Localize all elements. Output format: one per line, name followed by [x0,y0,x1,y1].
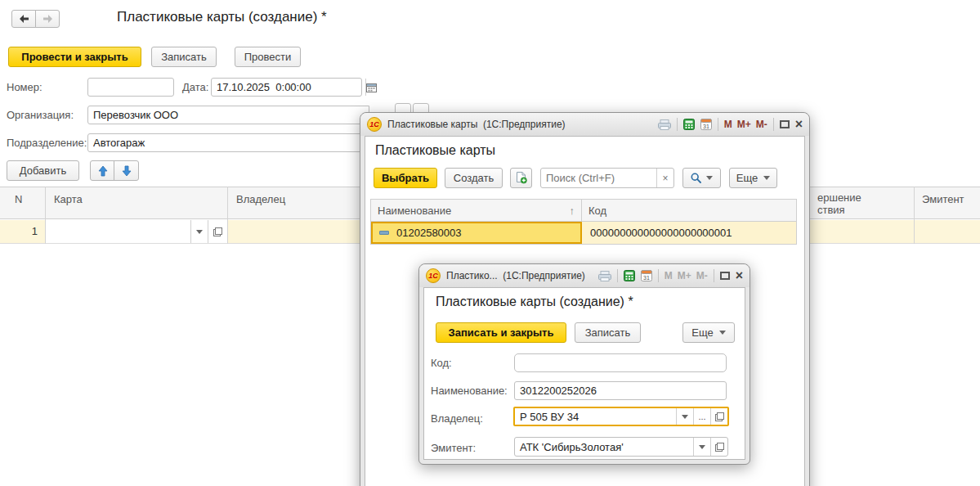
issuer-field-group: АТК 'СибирьЗолотая' [514,437,728,457]
print-icon[interactable] [598,271,611,281]
calendar-icon [366,83,377,92]
list-cell-code[interactable]: 000000000000000000000001 [582,222,796,244]
close-button[interactable]: × [795,120,803,128]
select-more-button[interactable]: Еще [729,168,777,188]
cards-list-header: Наименование ↑ Код [371,200,796,222]
open-in-form-icon [213,227,222,236]
forward-arrow-icon [43,15,53,23]
department-label: Подразделение: [7,137,87,149]
card-cell-open-button[interactable] [208,220,227,243]
svg-text:31: 31 [643,275,650,281]
create-button[interactable]: Создать [445,168,503,188]
create-new-by-copy-button[interactable] [510,168,532,188]
create-window: 1С Пластико... (1С:Предприятие) 31 М М+ … [418,263,750,465]
owner-choose-button[interactable]: ... [693,408,710,425]
add-row-button[interactable]: Добавить [7,160,79,181]
chevron-down-icon [706,176,713,180]
memory-m-plus-button[interactable]: М+ [737,119,751,130]
memory-m-button[interactable]: М [724,119,732,130]
organization-input[interactable] [87,106,369,124]
1c-logo-icon: 1С [367,117,382,132]
calendar-31-icon[interactable]: 31 [641,270,652,281]
owner-label: Владелец: [431,412,483,425]
memory-m-minus-button[interactable]: М- [756,119,767,130]
print-icon[interactable] [658,119,671,130]
forward-button[interactable] [35,10,60,28]
sort-ascending-icon: ↑ [570,205,575,217]
row-number-cell: 1 [0,225,38,237]
list-cell-name-current[interactable]: 01202580003 [371,222,582,244]
issuer-input[interactable]: АТК 'СибирьЗолотая' [515,438,693,456]
move-up-button[interactable] [90,160,115,181]
post-and-close-button[interactable]: Провести и закрыть [8,47,141,67]
card-cell-dropdown-button[interactable] [190,220,208,243]
app-root: Пластиковые карты (создание) * Провести … [0,0,980,486]
write-button[interactable]: Записать [151,47,217,67]
select-window-title: Пластиковые карты (1С:Предприятие) [387,119,566,130]
column-header-owner[interactable]: Владелец [236,193,285,205]
memory-m-button[interactable]: М [665,270,673,281]
code-input[interactable] [514,353,727,372]
card-cell-input[interactable] [46,220,190,243]
move-down-button[interactable] [114,160,139,181]
grid-line [227,187,228,244]
calculator-icon[interactable] [624,270,635,281]
number-label: Номер: [7,81,43,93]
date-label: Дата: [182,81,208,93]
chevron-down-icon [719,331,726,335]
issuer-open-button[interactable] [710,438,727,456]
calendar-31-icon[interactable]: 31 [700,119,712,130]
date-input[interactable] [212,79,365,96]
catalog-item-icon [379,231,389,235]
column-header-card[interactable]: Карта [54,193,83,205]
issuer-dropdown-button[interactable] [693,438,710,456]
memory-m-plus-button[interactable]: М+ [678,270,691,281]
list-row-selected[interactable]: 01202580003 000000000000000000000001 [371,222,796,244]
create-window-client: Пластиковые карты (создание) * Записать … [423,287,745,460]
list-column-name[interactable]: Наименование ↑ [371,200,582,221]
list-column-code[interactable]: Код [582,200,796,221]
write-and-close-button[interactable]: Записать и закрыть [436,322,566,343]
select-window-titlebar[interactable]: 1С Пластиковые карты (1С:Предприятие) 31… [360,113,809,136]
select-window-heading: Пластиковые карты [375,143,495,158]
department-input[interactable] [87,133,369,152]
chevron-down-icon [682,415,688,419]
document-plus-icon [516,172,527,184]
cards-list: Наименование ↑ Код 01202580003 000000000… [370,199,797,245]
name-label: Наименование: [431,385,508,397]
name-input[interactable] [514,381,727,400]
column-header-issuer[interactable]: Эмитент [922,193,964,205]
calculator-icon[interactable] [683,119,695,130]
maximize-button[interactable] [780,120,790,128]
choose-button[interactable]: Выбрать [374,168,437,188]
back-button[interactable] [11,10,36,28]
close-button[interactable]: × [736,272,743,280]
organization-label: Организация: [7,109,74,121]
maximize-button[interactable] [720,272,730,280]
create-window-heading: Пластиковые карты (создание) * [436,295,633,309]
column-header-partial[interactable]: ершение ствия [817,191,861,216]
post-button[interactable]: Провести [235,47,301,67]
column-header-n[interactable]: N [15,193,22,205]
date-calendar-button[interactable] [365,79,377,96]
card-cell-editor[interactable] [46,220,227,243]
create-window-title: Пластико... (1С:Предприятие) [446,270,585,281]
svg-text:31: 31 [703,124,709,129]
chevron-down-icon [196,230,203,234]
owner-dropdown-button[interactable] [676,408,693,425]
create-window-titlebar[interactable]: 1С Пластико... (1С:Предприятие) 31 М М+ … [419,264,750,287]
search-clear-button[interactable]: × [656,169,673,187]
grid-line [45,187,46,244]
issuer-label: Эмитент: [431,442,476,454]
grid-line [914,187,915,244]
owner-input[interactable]: Р 505 ВУ 34 [515,408,676,425]
memory-m-minus-button[interactable]: М- [696,270,708,281]
search-options-button[interactable] [682,168,721,188]
number-input[interactable] [87,78,174,97]
create-more-button[interactable]: Еще [682,322,735,343]
create-write-button[interactable]: Записать [575,322,641,343]
memory-buttons: М М+ М- [724,119,767,130]
search-input[interactable] [541,169,656,187]
owner-open-button[interactable] [710,408,727,425]
nav-buttons [11,10,60,28]
